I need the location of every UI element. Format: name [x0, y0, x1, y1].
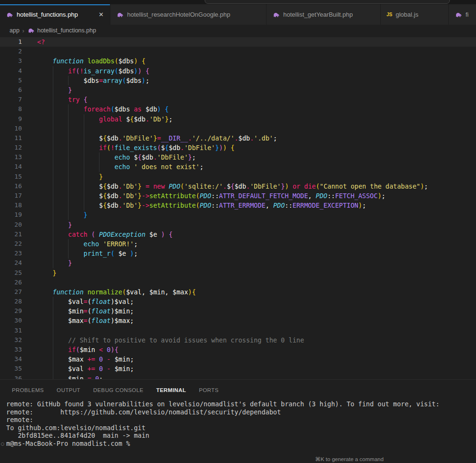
indent-guide — [68, 201, 69, 210]
code-line[interactable]: try { — [37, 95, 476, 104]
code-line[interactable]: $dbs=array($dbs); — [37, 76, 476, 85]
code-line[interactable]: $min=(float)$min; — [37, 306, 476, 316]
code-line[interactable]: } — [37, 268, 476, 278]
code-content[interactable]: <? function loadDbs($dbs) { if(!is_array… — [37, 37, 476, 379]
code-line[interactable]: $min = 0; — [37, 374, 476, 379]
breadcrumb-item-app[interactable]: app — [10, 27, 20, 34]
line-number: 20 — [0, 220, 22, 230]
code-line[interactable]: function loadDbs($dbs) { — [37, 56, 476, 66]
breadcrumb-label: hotellist_functions.php — [37, 27, 96, 34]
code-line[interactable]: echo 'ERROR!'; — [37, 239, 476, 249]
tab-hotellist_getyearbuilt-php[interactable]: hotellist_getYearBuilt.php — [267, 4, 381, 25]
line-number: 26 — [0, 278, 22, 287]
breadcrumb-label: app — [10, 27, 20, 34]
title-bar — [0, 0, 476, 4]
code-line[interactable]: } — [37, 258, 476, 268]
line-number: 21 — [0, 230, 22, 239]
code-line[interactable]: } — [37, 172, 476, 181]
code-line[interactable]: print_r( $e ); — [37, 249, 476, 258]
php-file-icon — [272, 11, 280, 19]
panel-tab-bar: PROBLEMSOUTPUTDEBUG CONSOLETERMINALPORTS — [0, 380, 476, 395]
indent-guide — [53, 364, 53, 374]
indent-guide — [84, 124, 84, 133]
code-line[interactable]: // Shift to positive to avoid issues whe… — [37, 335, 476, 345]
indent-guide — [53, 95, 53, 104]
code-line[interactable]: } — [37, 220, 476, 230]
code-line[interactable]: if($min < 0){ — [37, 345, 476, 354]
indent-guide — [53, 297, 53, 306]
panel-tab-ports[interactable]: PORTS — [199, 387, 218, 395]
breadcrumb-item-hotellist_functions-php[interactable]: hotellist_functions.php — [27, 27, 96, 34]
indent-guide — [68, 143, 69, 152]
tab-label: fi — [466, 11, 469, 18]
tab-fi[interactable]: fi — [449, 4, 476, 25]
code-line[interactable]: ${$db.'Db'}->setAttribute(PDO::ATTR_DEFA… — [37, 191, 476, 201]
code-line[interactable] — [37, 124, 476, 133]
indent-guide — [84, 114, 84, 124]
code-line[interactable]: ${$db.'Db'}->setAttribute(PDO::ATTR_ERRM… — [37, 201, 476, 210]
panel-tab-debug-console[interactable]: DEBUG CONSOLE — [93, 387, 144, 395]
line-number: 5 — [0, 76, 22, 85]
command-center-searchbox[interactable] — [205, 0, 450, 4]
code-editor[interactable]: 1234567891011121314151617181920212223242… — [0, 36, 476, 379]
indent-guide — [68, 191, 69, 201]
tab-hotellist_researchhotelongoogle-php[interactable]: hotellist_researchHotelOnGoogle.php — [110, 4, 267, 25]
terminal-prompt: m@ms-MacBook-Pro nomadlist.com % — [6, 440, 130, 447]
php-file-icon — [116, 11, 124, 19]
line-number: 22 — [0, 239, 22, 249]
code-line[interactable]: echo ' does not exist'; — [37, 162, 476, 171]
indent-guide — [53, 326, 53, 335]
indent-guide — [53, 201, 53, 210]
code-line[interactable]: foreach($dbs as $db) { — [37, 104, 476, 114]
code-line[interactable]: ${$db.'Db'} = new PDO('sqlite:/'.${$db.'… — [37, 181, 476, 191]
indent-guide — [68, 249, 69, 258]
indent-guide — [53, 374, 53, 379]
indent-guide — [68, 239, 69, 249]
line-number: 19 — [0, 210, 22, 220]
code-line[interactable]: $max += 0 - $min; — [37, 354, 476, 364]
code-line[interactable] — [37, 278, 476, 287]
panel-tab-terminal[interactable]: TERMINAL — [156, 387, 186, 395]
terminal-output[interactable]: remote: GitHub found 3 vulnerabilities o… — [0, 400, 476, 447]
indent-guide — [68, 172, 69, 181]
code-line[interactable]: if(!is_array($dbs)) { — [37, 66, 476, 76]
code-line[interactable] — [37, 326, 476, 335]
code-line[interactable]: } — [37, 210, 476, 220]
indent-guide — [68, 211, 69, 220]
bottom-panel: PROBLEMSOUTPUTDEBUG CONSOLETERMINALPORTS… — [0, 379, 476, 463]
code-line[interactable]: ${$db.'DbFile'}=__DIR__.'/../data/'.$db.… — [37, 133, 476, 143]
code-line[interactable]: $val=(float)$val; — [37, 297, 476, 306]
code-line[interactable]: <? — [37, 37, 476, 47]
panel-tab-problems[interactable]: PROBLEMS — [12, 387, 44, 395]
code-line[interactable]: catch ( PDOException $e ) { — [37, 230, 476, 239]
indent-guide — [53, 85, 53, 95]
indent-guide — [53, 249, 53, 258]
line-number: 32 — [0, 335, 22, 345]
indent-guide — [53, 335, 53, 345]
line-number: 35 — [0, 364, 22, 373]
code-line[interactable] — [37, 47, 476, 56]
code-line[interactable]: if(!file_exists(${$db.'DbFile'})) { — [37, 143, 476, 152]
tab-label: global.js — [396, 11, 418, 18]
code-line[interactable]: global ${$db.'Db'}; — [37, 114, 476, 124]
indent-guide — [84, 143, 84, 152]
line-number: 9 — [0, 114, 22, 124]
code-line[interactable]: } — [37, 85, 476, 95]
close-icon[interactable]: ✕ — [97, 11, 105, 18]
code-line[interactable]: echo ${$db.'DbFile'}; — [37, 152, 476, 162]
tab-global-js[interactable]: JSglobal.js — [381, 4, 449, 25]
line-number-gutter: 1234567891011121314151617181920212223242… — [0, 37, 22, 379]
terminal-line: 2bfd815ee..841af4d20 main -> main — [6, 432, 476, 440]
code-line[interactable]: $val += 0 - $min; — [37, 364, 476, 373]
indent-guide — [84, 133, 84, 143]
js-file-icon: JS — [387, 12, 392, 17]
indent-guide — [53, 124, 53, 133]
terminal-prompt-line[interactable]: ○m@ms-MacBook-Pro nomadlist.com % — [6, 440, 476, 448]
indent-guide — [84, 201, 84, 210]
panel-tab-output[interactable]: OUTPUT — [57, 387, 80, 395]
code-line[interactable]: $max=(float)$max; — [37, 316, 476, 325]
php-file-icon — [455, 11, 462, 19]
indent-guide — [84, 172, 84, 181]
tab-hotellist_functions-php[interactable]: hotellist_functions.php✕ — [0, 4, 110, 25]
code-line[interactable]: function normalize($val, $min, $max){ — [37, 287, 476, 297]
